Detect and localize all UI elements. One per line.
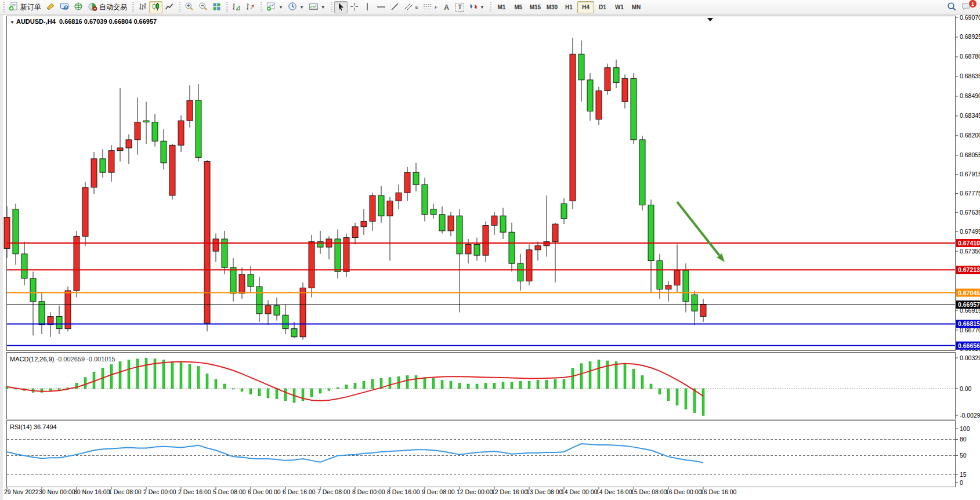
macd-histogram-bar <box>171 362 173 389</box>
channel-tool-button[interactable]: E <box>402 1 421 13</box>
candle-body <box>178 121 184 145</box>
equidistant-channel-icon <box>404 2 414 13</box>
candle-body <box>91 159 97 187</box>
template-button[interactable]: ▼ <box>306 1 328 13</box>
cursor-tool-button[interactable] <box>334 1 348 13</box>
bar-chart-type-button[interactable] <box>136 1 149 13</box>
main-toolbar: 新订单 自动交易 <box>0 0 980 15</box>
timeframe-mn-button[interactable]: MN <box>628 1 645 13</box>
chart-title[interactable]: ▼ AUDUSD-,H4 0.66816 0.67039 0.66804 0.6… <box>10 18 157 25</box>
horizontal-line-tool-button[interactable] <box>374 1 388 13</box>
new-order-button[interactable]: 新订单 <box>6 1 44 13</box>
macd-histogram-bar <box>128 360 130 389</box>
arrows-tool-button[interactable]: ▼ <box>467 1 487 13</box>
panel-divider-rsi[interactable] <box>3 419 980 422</box>
toolbar-group-objects: E F A T ▼ <box>330 0 489 15</box>
macd-histogram-bar <box>432 378 435 389</box>
candle-body <box>135 122 140 139</box>
metaeditor-button[interactable] <box>44 1 57 13</box>
macd-value: -0.002659 <box>56 356 85 363</box>
timeframe-m1-button[interactable]: M1 <box>493 1 510 13</box>
macd-panel <box>7 353 956 419</box>
notifications-button[interactable]: 1 <box>959 1 974 13</box>
timeframe-d1-button[interactable]: D1 <box>594 1 611 13</box>
candle-body <box>239 274 245 294</box>
timeframe-w1-button[interactable]: W1 <box>611 1 628 13</box>
candle-body <box>439 215 445 231</box>
market-watch-button[interactable] <box>57 1 71 13</box>
line-chart-type-button[interactable] <box>162 1 176 13</box>
candle-body <box>605 68 610 91</box>
crosshair-tool-button[interactable] <box>348 1 361 13</box>
candle-body <box>422 184 428 215</box>
autotrading-button[interactable]: 自动交易 <box>85 1 129 13</box>
timeframe-m5-button[interactable]: M5 <box>510 1 527 13</box>
price-label-text: 0.66957 <box>958 301 980 308</box>
macd-axis-label: 0.003297 <box>960 354 980 361</box>
macd-histogram-bar <box>702 389 704 415</box>
time-axis-label: 8 Dec 16:00 <box>387 488 420 495</box>
search-button[interactable] <box>945 1 959 13</box>
zoom-in-button[interactable] <box>182 1 196 13</box>
autotrading-label: 自动交易 <box>99 2 127 12</box>
candle-body <box>309 242 314 288</box>
macd-histogram-bar <box>371 379 374 389</box>
macd-histogram-bar <box>223 384 226 389</box>
candle-chart-type-button[interactable] <box>149 1 162 13</box>
time-axis-label: 8 Dec 00:00 <box>352 488 385 495</box>
trendline-tool-button[interactable] <box>388 1 402 13</box>
macd-axis-label: -0.002942 <box>960 412 980 419</box>
chevron-down-icon: ▼ <box>321 5 326 10</box>
chevron-down-icon: ▼ <box>299 5 304 10</box>
candle-body <box>613 68 619 83</box>
macd-histogram-bar <box>441 381 443 389</box>
candle-body <box>30 278 36 302</box>
time-axis-label: 2 Dec 00:00 <box>143 488 176 495</box>
indicator-window-button[interactable] <box>230 1 244 13</box>
macd-histogram-bar <box>624 364 626 389</box>
toolbar-group-dropdowns: ▼ ▼ ▼ <box>260 0 330 15</box>
object-window-button[interactable] <box>244 1 258 13</box>
fibonacci-tool-button[interactable]: F <box>421 1 440 13</box>
zoom-out-button[interactable] <box>196 1 210 13</box>
panel-divider-macd[interactable] <box>3 351 980 354</box>
symbol-dropdown-icon[interactable]: ▼ <box>10 20 15 25</box>
text-tool-button[interactable]: A <box>440 1 453 13</box>
candlestick-chart-icon <box>151 2 160 13</box>
timeframe-h1-button[interactable]: H1 <box>560 1 577 13</box>
candle-body <box>404 172 410 193</box>
timeframe-h4-button[interactable]: H4 <box>577 1 594 13</box>
text-label-tool-button[interactable]: T <box>453 1 467 13</box>
time-axis-label: 6 Dec 00:00 <box>248 488 281 495</box>
time-axis-label: 15 Dec 08:00 <box>631 488 667 495</box>
candle-body <box>21 254 27 278</box>
price-axis-tick-label: 0.68490 <box>960 92 980 99</box>
template-icon <box>309 2 319 13</box>
signals-button[interactable] <box>71 1 85 13</box>
add-indicator-button[interactable]: ▼ <box>264 1 285 13</box>
tile-windows-button[interactable] <box>210 1 223 13</box>
candle-body <box>700 304 706 316</box>
chart-open-value: 0.66816 <box>59 18 82 25</box>
candle-body <box>152 122 158 141</box>
vertical-line-tool-button[interactable] <box>361 1 374 13</box>
price-label-text: 0.67410 <box>958 240 980 247</box>
candle-body <box>265 306 271 314</box>
macd-histogram-bar <box>389 378 391 389</box>
macd-histogram-bar <box>554 379 556 389</box>
candle-body <box>352 227 358 238</box>
macd-histogram-bar <box>676 389 678 405</box>
candle-body <box>65 291 71 329</box>
candle-body <box>387 201 393 216</box>
price-axis-tick-label: 0.68200 <box>960 132 980 139</box>
candle-body <box>491 216 497 225</box>
timeframe-m30-button[interactable]: M30 <box>544 1 560 13</box>
candle-body <box>657 260 663 289</box>
zoom-out-icon <box>198 2 208 13</box>
candle-body <box>518 263 523 281</box>
timeframe-m15-button[interactable]: M15 <box>527 1 544 13</box>
candle-body <box>256 287 262 314</box>
chart-canvas[interactable]: 0.690700.689250.687800.686350.684900.683… <box>3 15 980 500</box>
macd-histogram-bar <box>84 378 86 389</box>
period-button[interactable]: ▼ <box>285 1 306 13</box>
